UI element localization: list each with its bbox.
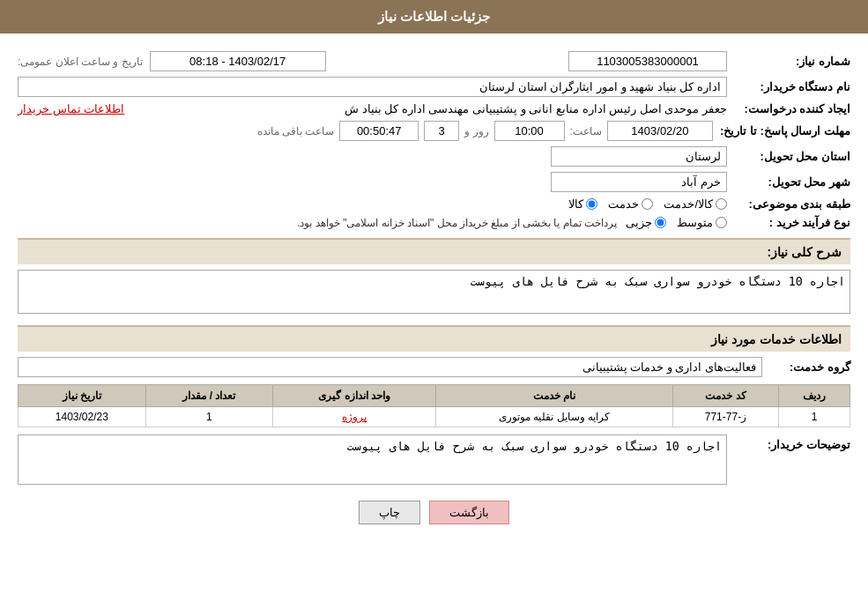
purchase-option-partial[interactable]: جزیی [626, 216, 666, 229]
deadline-time: 10:00 [494, 121, 565, 141]
page-header: جزئیات اطلاعات نیاز [0, 0, 868, 33]
category-option-kala-khedmat[interactable]: کالا/خدمت [664, 197, 727, 211]
remaining-value: 00:50:47 [339, 121, 419, 141]
date-value: 1403/02/17 - 08:18 [150, 51, 326, 71]
province-row: استان محل تحویل: لرستان [18, 146, 850, 167]
purchase-options: متوسط جزیی [626, 216, 727, 229]
col-qty: تعداد / مقدار [145, 385, 272, 407]
service-group-row: گروه خدمت: فعالیت‌های اداری و خدمات پشتی… [18, 357, 850, 377]
request-number-value: 1103005383000001 [568, 51, 727, 71]
purchase-option-medium[interactable]: متوسط [677, 216, 727, 229]
col-date: تاریخ نیاز [19, 385, 146, 407]
col-row: ردیف [779, 385, 850, 407]
col-name: نام خدمت [436, 385, 672, 407]
category-option-khedmat[interactable]: خدمت [608, 197, 653, 211]
service-group-label: گروه خدمت: [762, 360, 850, 374]
department-label: نام دستگاه خریدار: [727, 80, 850, 93]
province-value: لرستان [551, 146, 727, 167]
city-value: خرم آباد [551, 172, 727, 192]
deadline-label: مهلت ارسال پاسخ: تا تاریخ: [713, 124, 850, 137]
request-number-label: شماره نیاز: [727, 55, 850, 68]
city-label: شهر محل تحویل: [727, 175, 850, 189]
deadline-time-label: ساعت: [570, 125, 602, 137]
creator-row: ایجاد کننده درخواست: جعفر موحدی اصل رئیس… [18, 102, 850, 115]
buyer-notes-textarea[interactable] [18, 434, 727, 485]
services-table: ردیف کد خدمت نام خدمت واحد اندازه گیری ت… [18, 384, 850, 427]
description-textarea[interactable] [18, 270, 850, 314]
deadline-date: 1403/02/20 [607, 121, 713, 141]
category-options: کالا/خدمت خدمت کالا [568, 197, 727, 211]
print-button[interactable]: چاپ [359, 501, 420, 524]
col-unit: واحد اندازه گیری [273, 385, 436, 407]
city-row: شهر محل تحویل: خرم آباد [18, 172, 850, 192]
services-section-title: اطلاعات خدمات مورد نیاز [18, 325, 850, 352]
services-table-container: ردیف کد خدمت نام خدمت واحد اندازه گیری ت… [18, 384, 850, 427]
category-row: طبقه بندی موضوعی: کالا/خدمت خدمت کالا [18, 197, 850, 211]
category-option-kala[interactable]: کالا [568, 197, 597, 211]
purchase-note: پرداخت تمام یا بخشی از مبلغ خریداز محل "… [297, 217, 617, 229]
page-title: جزئیات اطلاعات نیاز [378, 9, 490, 24]
province-label: استان محل تحویل: [727, 150, 850, 163]
creator-value: جعفر موحدی اصل رئیس اداره منابع انانی و … [130, 102, 727, 115]
request-number-row: شماره نیاز: 1103005383000001 1403/02/17 … [18, 51, 850, 71]
back-button[interactable]: بازگشت [429, 501, 509, 524]
service-group-value: فعالیت‌های اداری و خدمات پشتیبیانی [18, 357, 762, 377]
button-row: بازگشت چاپ [18, 501, 850, 538]
creator-label: ایجاد کننده درخواست: [727, 102, 850, 115]
description-row [18, 270, 850, 316]
purchase-type-label: نوع فرآیند خرید : [727, 216, 850, 229]
deadline-days: 3 [424, 121, 459, 141]
contact-link[interactable]: اطلاعات تماس خریدار [18, 102, 124, 115]
description-section-title: شرح کلی نیاز: [18, 238, 850, 264]
purchase-type-row: نوع فرآیند خرید : متوسط جزیی پرداخت تمام… [18, 216, 850, 229]
deadline-days-label: روز و [464, 125, 488, 137]
deadline-row: مهلت ارسال پاسخ: تا تاریخ: 1403/02/20 سا… [18, 121, 850, 141]
col-code: کد خدمت [672, 385, 779, 407]
date-label: تاریخ و ساعت اعلان عمومی: [18, 56, 143, 68]
buyer-notes-row: توضیحات خریدار: [18, 434, 850, 487]
buyer-notes-label: توضیحات خریدار: [727, 434, 850, 451]
remaining-label: ساعت باقی مانده [257, 125, 335, 137]
category-label: طبقه بندی موضوعی: [727, 197, 850, 211]
table-row: 1 ز-77-771 کرایه وسایل نقلیه موتوری پروژ… [19, 407, 850, 427]
department-value: اداره کل بنیاد شهید و امور ایثارگران است… [18, 77, 727, 97]
department-row: نام دستگاه خریدار: اداره کل بنیاد شهید و… [18, 77, 850, 97]
